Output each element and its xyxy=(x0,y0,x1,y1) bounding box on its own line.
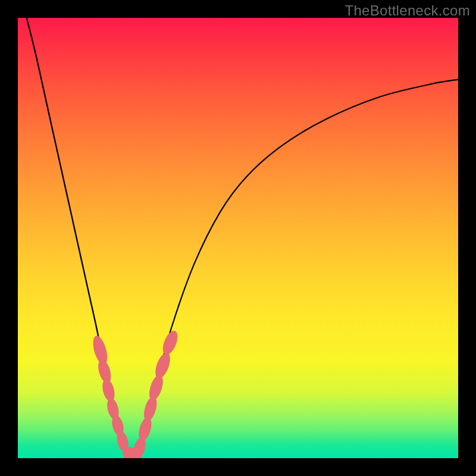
plot-area xyxy=(18,18,458,458)
curve-right xyxy=(137,80,458,458)
data-marker xyxy=(152,351,173,381)
marker-group xyxy=(90,328,180,458)
curve-group xyxy=(27,18,458,458)
frame: TheBottleneck.com xyxy=(0,0,476,476)
chart-svg xyxy=(18,18,458,458)
data-marker xyxy=(146,374,165,402)
watermark-text: TheBottleneck.com xyxy=(345,2,470,19)
data-marker xyxy=(142,395,159,422)
data-marker xyxy=(101,378,117,403)
data-marker xyxy=(136,416,154,443)
data-marker xyxy=(160,328,181,356)
